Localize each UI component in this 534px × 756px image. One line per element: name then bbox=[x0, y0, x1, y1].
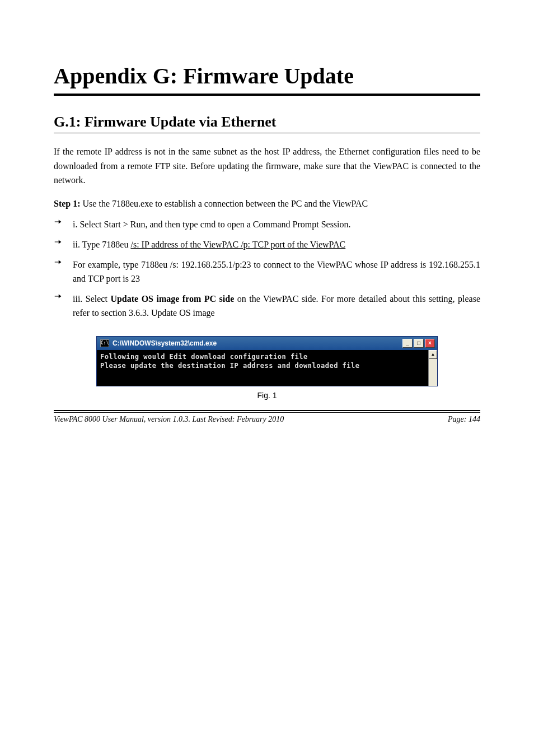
footer-right: Page: 144 bbox=[448, 415, 480, 424]
page-footer: ViewPAC 8000 User Manual, version 1.0.3.… bbox=[54, 415, 480, 424]
step-text: Use the 7188eu.exe to establish a connec… bbox=[83, 199, 368, 208]
section-intro: If the remote IP address is not in the s… bbox=[54, 144, 480, 188]
footer-rule-2 bbox=[54, 412, 480, 413]
scrollbar[interactable]: ▲ bbox=[428, 350, 437, 386]
chapter-title: Appendix G: Firmware Update bbox=[54, 63, 480, 89]
section-title: G.1: Firmware Update via Ethernet bbox=[54, 114, 480, 130]
bullet-prefix: iii. Select bbox=[73, 294, 107, 304]
arrow-icon bbox=[54, 258, 73, 286]
scroll-track[interactable] bbox=[429, 359, 437, 386]
cmd-line-2: Please update the destination IP address… bbox=[100, 362, 359, 370]
cmd-output: Following would Edit download configurat… bbox=[97, 350, 428, 386]
cmd-line-1: Following would Edit download configurat… bbox=[100, 353, 308, 361]
bullet-text: ii. Type 7188eu /s: IP address of the Vi… bbox=[73, 237, 480, 252]
cmd-body-wrap: Following would Edit download configurat… bbox=[97, 350, 437, 386]
chapter-rule bbox=[54, 94, 480, 96]
step-1: Step 1: Use the 7188eu.exe to establish … bbox=[54, 197, 480, 211]
footer-left: ViewPAC 8000 User Manual, version 1.0.3.… bbox=[54, 415, 284, 424]
close-button[interactable]: × bbox=[425, 339, 435, 348]
bullet-underline: /s: IP address of the ViewPAC /p: TCP po… bbox=[130, 240, 345, 249]
bullet-text: i. Select Start > Run, and then type cmd… bbox=[73, 217, 480, 232]
list-item: For example, type 7188eu /s: 192.168.255… bbox=[54, 258, 480, 286]
bullet-bold: Update OS image from PC side bbox=[110, 294, 234, 304]
bullet-text: iii. Select Update OS image from PC side… bbox=[73, 292, 480, 320]
bullet-text: For example, type 7188eu /s: 192.168.255… bbox=[73, 258, 480, 286]
bullet-prefix: ii. Type 7188eu bbox=[73, 240, 130, 249]
titlebar-buttons: _ □ × bbox=[402, 339, 435, 348]
bullet-list: i. Select Start > Run, and then type cmd… bbox=[54, 217, 480, 320]
arrow-icon bbox=[54, 237, 73, 252]
cmd-titlebar: C:\ C:\WINDOWS\system32\cmd.exe _ □ × bbox=[97, 337, 437, 350]
cmd-title: C:\WINDOWS\system32\cmd.exe bbox=[113, 339, 402, 347]
arrow-icon bbox=[54, 292, 73, 320]
maximize-button[interactable]: □ bbox=[414, 339, 424, 348]
list-item: iii. Select Update OS image from PC side… bbox=[54, 292, 480, 320]
step-label: Step 1: bbox=[54, 199, 81, 208]
cmd-icon: C:\ bbox=[100, 339, 109, 347]
figure-caption: Fig. 1 bbox=[54, 391, 480, 400]
section-rule bbox=[54, 133, 480, 133]
list-item: i. Select Start > Run, and then type cmd… bbox=[54, 217, 480, 232]
footer-rule-1 bbox=[54, 410, 480, 411]
list-item: ii. Type 7188eu /s: IP address of the Vi… bbox=[54, 237, 480, 252]
arrow-icon bbox=[54, 217, 73, 232]
cmd-window: C:\ C:\WINDOWS\system32\cmd.exe _ □ × Fo… bbox=[96, 336, 438, 386]
minimize-button[interactable]: _ bbox=[402, 339, 413, 348]
scroll-up-icon[interactable]: ▲ bbox=[429, 350, 437, 359]
